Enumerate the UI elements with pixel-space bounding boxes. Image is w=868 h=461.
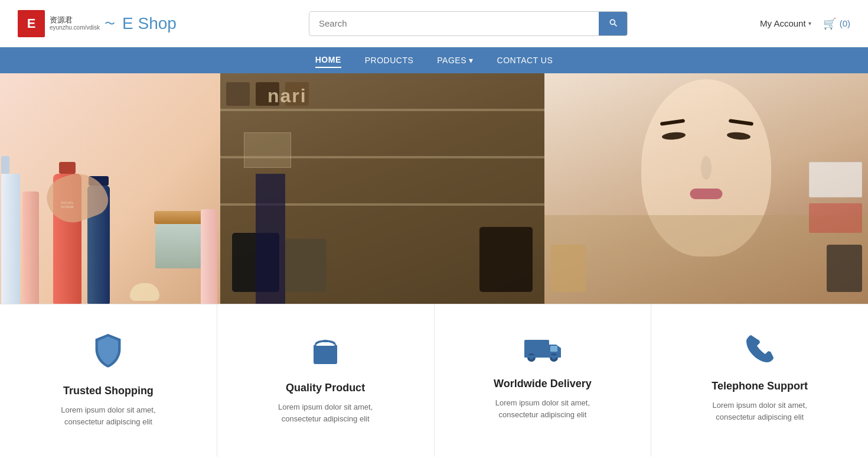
shield-icon [93,334,123,374]
bag-icon [310,334,341,371]
search-input[interactable] [309,12,599,34]
cart-icon: 🛒 [823,17,836,30]
hero-model-panel [544,73,869,304]
store-item1 [550,245,586,292]
eye-right [726,131,750,140]
worldwide-delivery-desc: Lorem ipsum dolor sit amet, consectetur … [478,397,608,420]
shell [130,283,159,301]
search-icon [608,18,618,27]
svg-rect-3 [550,346,557,352]
nav-products[interactable]: PRODUCTS [365,53,414,67]
bottle-pink [22,191,39,304]
account-dropdown-icon: ▾ [808,20,811,27]
bag3 [479,227,533,292]
my-account-button[interactable]: My Account ▾ [760,18,811,28]
worldwide-delivery-title: Worldwide Delivery [494,378,592,390]
telephone-support-title: Telephone Support [712,380,808,392]
jar-lid [154,211,204,224]
hero-cosmetics-panel: FACIALSCRUB [0,73,220,304]
phone-icon [745,334,775,369]
header-right: My Account ▾ 🛒 (0) [760,17,850,30]
my-account-label: My Account [760,18,806,28]
logo-letter: E [18,10,45,37]
tube-orange-cap [59,162,76,174]
jar-body [155,224,203,268]
eye-left [661,131,686,140]
svg-rect-2 [524,340,549,356]
pages-dropdown-icon: ▾ [469,56,474,65]
nav-pages[interactable]: PAGES ▾ [437,53,473,67]
bottle-spray1 [1,174,20,304]
store-name: nari [267,85,307,107]
feature-trusted-shopping: Trusted Shopping Lorem ipsum dolor sit a… [0,304,217,457]
sign [244,132,291,168]
logo-wave-icon: 〜 [105,17,115,31]
telephone-support-desc: Lorem ipsum dolor sit amet, consectetur … [695,400,825,423]
logo[interactable]: E 资源君 eyunzhu.com/vdisk 〜 E Shop [18,10,177,37]
eyebrow-right [729,119,753,126]
features-section: Trusted Shopping Lorem ipsum dolor sit a… [0,304,868,457]
svg-rect-0 [314,345,337,364]
store-item2 [827,245,862,292]
logo-text: 资源君 eyunzhu.com/vdisk [50,15,100,32]
search-button[interactable] [599,12,627,35]
feature-quality-product: Quality Product Lorem ipsum dolor sit am… [217,304,435,457]
bottle-right-pink [201,209,217,304]
shoe1 [226,82,250,106]
header: E 资源君 eyunzhu.com/vdisk 〜 E Shop My Acco… [0,0,868,47]
bottle-spray1-top [1,156,9,174]
shelf1 [220,109,544,111]
nose [701,156,712,180]
quality-product-title: Quality Product [286,382,365,394]
nav-contact[interactable]: CONTACT US [497,53,553,67]
search-bar [309,11,628,36]
cart-count: (0) [840,18,850,28]
hero-store-panel: nari [220,73,544,304]
trusted-shopping-title: Trusted Shopping [63,385,154,397]
bag2 [285,239,327,292]
quality-product-desc: Lorem ipsum dolor sit amet, consectetur … [260,401,390,424]
cart-button[interactable]: 🛒 (0) [823,17,850,30]
sign-board2 [809,203,862,233]
trusted-shopping-desc: Lorem ipsum dolor sit amet, consectetur … [43,404,173,427]
feature-telephone-support: Telephone Support Lorem ipsum dolor sit … [651,304,868,457]
nav-home[interactable]: HOME [315,53,341,68]
sign-board1 [809,162,862,197]
logo-eshop-text: E Shop [122,14,177,33]
person [256,174,285,304]
logo-url: eyunzhu.com/vdisk [50,24,100,31]
navbar: HOME PRODUCTS PAGES ▾ CONTACT US [0,47,868,73]
feature-worldwide-delivery: Worldwide Delivery Lorem ipsum dolor sit… [435,304,652,457]
eyebrow-left [660,119,685,126]
truck-icon [524,334,561,367]
svg-rect-8 [524,355,561,358]
hero-banner: FACIALSCRUB [0,73,868,304]
logo-chinese: 资源君 [50,15,100,25]
lips [690,189,722,199]
